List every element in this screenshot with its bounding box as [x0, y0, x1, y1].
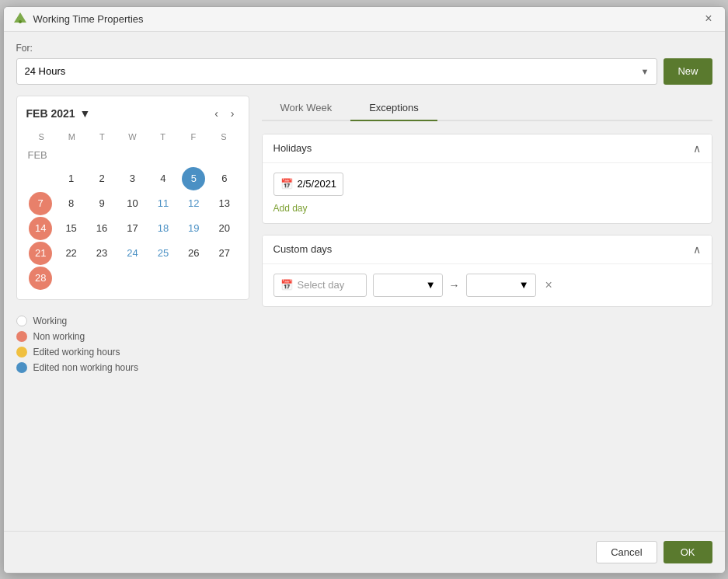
- custom-from-dropdown[interactable]: ▼: [373, 274, 443, 297]
- for-row: 24 Hours ▼ New: [16, 58, 712, 85]
- holidays-date-input[interactable]: 📅 2/5/2021: [273, 173, 344, 196]
- cal-day-13[interactable]: 13: [213, 192, 236, 215]
- legend-edited-nonworking: Edited non working hours: [16, 362, 249, 373]
- calendar-dropdown-icon[interactable]: ▼: [80, 107, 91, 120]
- holidays-date-row: 📅 2/5/2021: [273, 173, 701, 196]
- main-content: FEB 2021 ▼ ‹ › S M T W: [16, 96, 712, 376]
- tabs-bar: Work Week Exceptions: [262, 96, 712, 121]
- cal-day-23[interactable]: 23: [90, 242, 113, 265]
- calendar-month-year: FEB 2021 ▼: [26, 107, 91, 120]
- legend-edited-working: Edited working hours: [16, 347, 249, 358]
- cal-day-3[interactable]: 3: [120, 167, 144, 190]
- calendar-container: FEB 2021 ▼ ‹ › S M T W: [16, 96, 249, 300]
- cal-day-27[interactable]: 27: [213, 242, 236, 265]
- calendar-weekdays: S M T W T F S: [26, 131, 239, 143]
- cal-day-22[interactable]: 22: [60, 242, 83, 265]
- tab-work-week[interactable]: Work Week: [262, 96, 351, 121]
- legend-nonworking-label: Non working: [33, 331, 85, 342]
- tab-exceptions[interactable]: Exceptions: [350, 96, 437, 121]
- dot-nonworking: [16, 331, 27, 342]
- cal-day-25[interactable]: 25: [152, 242, 175, 265]
- weekday-s2: S: [208, 131, 239, 143]
- calendar-header: FEB 2021 ▼ ‹ ›: [26, 106, 239, 121]
- left-panel: FEB 2021 ▼ ‹ › S M T W: [16, 96, 249, 376]
- right-panel: Work Week Exceptions Holidays ∧: [262, 96, 712, 376]
- holidays-section: Holidays ∧ 📅 2/5/2021 Add day: [262, 134, 712, 224]
- cal-day-2[interactable]: 2: [90, 167, 113, 190]
- weekday-s1: S: [26, 131, 57, 143]
- holidays-title: Holidays: [273, 142, 312, 154]
- cal-day-9[interactable]: 9: [90, 192, 113, 215]
- cal-day-4[interactable]: 4: [152, 167, 175, 190]
- custom-days-body: 📅 Select day ▼ → ▼: [263, 264, 712, 306]
- cal-day-empty3: [90, 267, 113, 290]
- arrow-icon: →: [449, 279, 460, 291]
- legend-edited-nonworking-label: Edited non working hours: [33, 362, 138, 373]
- month-year-label: FEB 2021: [26, 107, 75, 120]
- calendar-week-4: 21 22 23 24 25 26 27: [26, 242, 239, 265]
- cal-day-1[interactable]: 1: [60, 167, 83, 190]
- cal-day-20[interactable]: 20: [213, 217, 236, 240]
- calendar-week-3: 14 15 16 17 18 19 20: [26, 217, 239, 240]
- month-label: FEB: [26, 146, 239, 164]
- for-dropdown[interactable]: 24 Hours ▼: [16, 58, 658, 85]
- cal-day-7[interactable]: 7: [29, 192, 52, 215]
- cal-day-14[interactable]: 14: [29, 217, 52, 240]
- custom-days-title: Custom days: [273, 243, 333, 255]
- cal-day-19[interactable]: 19: [182, 217, 205, 240]
- cal-day-28[interactable]: 28: [29, 267, 52, 290]
- title-bar-left: Working Time Properties: [13, 12, 144, 26]
- cal-day-26[interactable]: 26: [182, 242, 205, 265]
- weekday-w: W: [117, 131, 148, 143]
- legend-edited-working-label: Edited working hours: [33, 347, 120, 358]
- cal-day-10[interactable]: 10: [120, 192, 144, 215]
- calendar-icon: 📅: [280, 178, 293, 190]
- calendar-week-5: 28: [26, 267, 239, 290]
- holidays-collapse-button[interactable]: ∧: [693, 142, 701, 155]
- for-dropdown-value: 24 Hours: [25, 65, 66, 77]
- cal-day-24[interactable]: 24: [120, 242, 144, 265]
- cal-day-21[interactable]: 21: [29, 242, 52, 265]
- ok-button[interactable]: OK: [664, 541, 712, 563]
- holidays-body: 📅 2/5/2021 Add day: [263, 163, 712, 223]
- cal-day-empty: [29, 167, 52, 190]
- cal-day-12[interactable]: 12: [182, 192, 205, 215]
- new-button[interactable]: New: [664, 58, 712, 85]
- calendar-week-1: 1 2 3 4 5 6: [26, 167, 239, 190]
- cal-day-5[interactable]: 5: [182, 167, 205, 190]
- custom-select-day-placeholder: Select day: [298, 279, 345, 291]
- dialog-title: Working Time Properties: [33, 13, 144, 25]
- add-day-link[interactable]: Add day: [273, 203, 308, 214]
- dot-edited-working: [16, 347, 27, 358]
- cal-day-11[interactable]: 11: [152, 192, 175, 215]
- legend: Working Non working Edited working hours…: [16, 312, 249, 376]
- holidays-date-value: 2/5/2021: [298, 178, 337, 190]
- calendar-grid: S M T W T F S FEB: [26, 131, 239, 290]
- custom-row-remove-button[interactable]: ×: [542, 278, 556, 292]
- custom-days-header: Custom days ∧: [263, 235, 712, 264]
- weekday-m: M: [57, 131, 87, 143]
- legend-working: Working: [16, 316, 249, 326]
- chevron-down-icon: ▼: [641, 67, 650, 76]
- close-button[interactable]: ×: [702, 11, 715, 26]
- custom-days-collapse-button[interactable]: ∧: [693, 243, 701, 256]
- cal-day-16[interactable]: 16: [90, 217, 113, 240]
- cal-day-8[interactable]: 8: [60, 192, 83, 215]
- cancel-button[interactable]: Cancel: [596, 541, 657, 563]
- chevron-down-icon-from: ▼: [426, 279, 436, 291]
- custom-to-dropdown[interactable]: ▼: [466, 274, 536, 297]
- cal-day-15[interactable]: 15: [60, 217, 83, 240]
- prev-month-button[interactable]: ‹: [210, 106, 223, 121]
- cal-day-18[interactable]: 18: [152, 217, 175, 240]
- cal-day-empty7: [213, 267, 236, 290]
- next-month-button[interactable]: ›: [226, 106, 239, 121]
- cal-day-17[interactable]: 17: [120, 217, 144, 240]
- weekday-t1: T: [87, 131, 117, 143]
- cal-day-6[interactable]: 6: [213, 167, 236, 190]
- calendar-weeks: FEB 1 2 3 4 5 6: [26, 146, 239, 290]
- custom-day-date-input[interactable]: 📅 Select day: [273, 274, 367, 297]
- cal-day-empty4: [120, 267, 144, 290]
- dialog-body: For: 24 Hours ▼ New FEB 2021 ▼: [4, 32, 725, 387]
- weekday-f: F: [178, 131, 208, 143]
- cal-day-empty5: [152, 267, 175, 290]
